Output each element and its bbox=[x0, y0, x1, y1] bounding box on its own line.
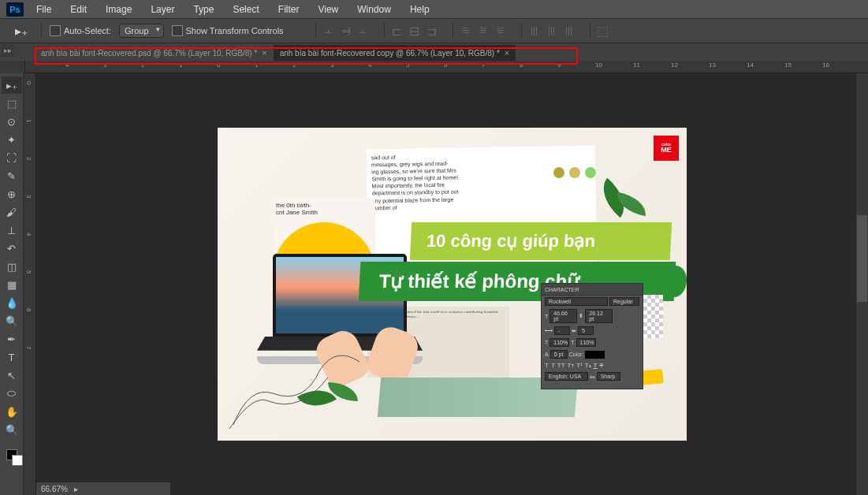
expand-left-icon[interactable]: ▸▸ bbox=[2, 44, 14, 57]
sub-btn[interactable]: T₁ bbox=[585, 362, 591, 369]
menu-help[interactable]: Help bbox=[404, 2, 436, 17]
align-left-icon[interactable]: ⊏ bbox=[389, 23, 405, 39]
tab-1-close-icon[interactable]: × bbox=[262, 48, 266, 58]
brush-tool[interactable]: 🖌 bbox=[2, 203, 22, 221]
language-select[interactable]: English: USA bbox=[545, 372, 588, 381]
path-tool[interactable]: ↖ bbox=[2, 367, 22, 384]
distribute-group-2: ⫼ ⫼ ⫼ bbox=[521, 23, 582, 39]
crop-tool[interactable]: ⛶ bbox=[2, 149, 22, 166]
move-tool-icon[interactable]: ▸₊ bbox=[9, 22, 33, 39]
distribute-vcenter-icon[interactable]: ≡ bbox=[475, 23, 491, 39]
menu-edit[interactable]: Edit bbox=[64, 2, 93, 17]
menu-layer[interactable]: Layer bbox=[144, 2, 181, 17]
document-canvas: sad out of messages, grey wigs and read-… bbox=[218, 128, 687, 441]
align-group-1: ⫠ ⫤ ⫠ bbox=[315, 23, 376, 39]
dodge-tool[interactable]: 🔍 bbox=[2, 312, 22, 329]
canvas-area[interactable]: sad out of messages, grey wigs and read-… bbox=[36, 73, 868, 495]
tab-1[interactable]: anh bìa bài font-Recovered.psd @ 66.7% (… bbox=[35, 45, 274, 61]
align-right-icon[interactable]: ⊐ bbox=[424, 23, 440, 39]
strike-btn[interactable]: T bbox=[599, 362, 603, 369]
menu-filter[interactable]: Filter bbox=[272, 2, 306, 17]
document-tabs: anh bìa bài font-Recovered.psd @ 66.7% (… bbox=[0, 43, 868, 61]
horizontal-ruler: 4 3 2 1 0 1 2 3 4 5 6 7 8 9 10 11 12 13 … bbox=[0, 61, 868, 73]
history-brush-tool[interactable]: ↶ bbox=[2, 240, 22, 257]
gradient-tool[interactable]: ▦ bbox=[2, 276, 22, 293]
bold-btn[interactable]: T bbox=[545, 362, 549, 369]
vertical-scrollbar[interactable] bbox=[856, 73, 868, 495]
zoom-tool[interactable]: 🔍 bbox=[2, 421, 22, 438]
curved-line-decoration bbox=[225, 338, 367, 433]
marquee-tool[interactable]: ⬚ bbox=[2, 95, 22, 112]
align-group-2: ⊏ ⊟ ⊐ bbox=[384, 23, 445, 39]
distribute-left-icon[interactable]: ⫼ bbox=[527, 23, 542, 39]
menu-type[interactable]: Type bbox=[187, 2, 220, 17]
character-panel: CHARACTER Rockwell Regular T46.66 pt ⬍26… bbox=[541, 283, 643, 389]
dot-yellow bbox=[569, 167, 580, 178]
distribute-group-1: ≡ ≡ ≡ bbox=[453, 23, 513, 39]
smallcaps-btn[interactable]: Tт bbox=[568, 362, 575, 369]
leading-input[interactable]: 26.12 pt bbox=[585, 309, 613, 323]
align-bottom-icon[interactable]: ⫠ bbox=[356, 23, 371, 39]
auto-align-icon[interactable]: ⬚ bbox=[595, 23, 611, 39]
menu-file[interactable]: File bbox=[30, 2, 58, 17]
blur-tool[interactable]: 💧 bbox=[2, 294, 22, 311]
menu-select[interactable]: Select bbox=[226, 2, 265, 17]
italic-btn[interactable]: T bbox=[551, 362, 555, 369]
hscale-input[interactable]: 110% bbox=[576, 338, 596, 347]
healing-tool[interactable]: ⊕ bbox=[2, 185, 22, 203]
eyedropper-tool[interactable]: ✎ bbox=[2, 167, 22, 184]
auto-select-checkbox[interactable] bbox=[50, 25, 61, 36]
underline-btn[interactable]: T bbox=[594, 362, 598, 369]
distribute-top-icon[interactable]: ≡ bbox=[458, 23, 474, 39]
options-bar: ▸₊ Auto-Select: Group Show Transform Con… bbox=[0, 18, 868, 43]
kerning-input[interactable]: - bbox=[554, 326, 570, 335]
show-transform-checkbox[interactable] bbox=[172, 25, 183, 36]
caps-btn[interactable]: TT bbox=[557, 362, 565, 369]
pen-tool[interactable]: ✒ bbox=[2, 330, 22, 348]
magic-wand-tool[interactable]: ✦ bbox=[2, 131, 22, 148]
menu-window[interactable]: Window bbox=[351, 2, 397, 17]
group-dropdown[interactable]: Group bbox=[119, 24, 164, 38]
colorme-logo: color ME bbox=[654, 136, 679, 161]
banner-title-1: 10 công cụ giúp bạn bbox=[410, 222, 672, 260]
menu-image[interactable]: Image bbox=[99, 2, 138, 17]
eraser-tool[interactable]: ◫ bbox=[2, 258, 22, 275]
distribute-right-icon[interactable]: ⫼ bbox=[561, 23, 577, 39]
tab-2[interactable]: anh bìa bài font-Recovered copy @ 66.7% … bbox=[274, 45, 516, 61]
antialiasing-select[interactable]: Sharp bbox=[597, 372, 620, 381]
tab-2-close-icon[interactable]: × bbox=[505, 48, 509, 58]
align-top-icon[interactable]: ⫠ bbox=[321, 23, 337, 39]
move-tool[interactable]: ▸₊ bbox=[2, 76, 22, 94]
hand-tool[interactable]: ✋ bbox=[2, 403, 22, 420]
dot-green bbox=[585, 167, 596, 178]
lasso-tool[interactable]: ⊙ bbox=[2, 113, 22, 130]
tracking-input[interactable]: 5 bbox=[578, 326, 594, 335]
toolbox: ▸₊ ⬚ ⊙ ✦ ⛶ ✎ ⊕ 🖌 ⊥ ↶ ◫ ▦ 💧 🔍 ✒ T ↖ ⬭ ✋ 🔍 bbox=[0, 73, 24, 495]
status-arrow-icon[interactable]: ▸ bbox=[74, 485, 78, 493]
color-swatch[interactable] bbox=[2, 444, 22, 466]
font-size-input[interactable]: 46.66 pt bbox=[549, 309, 577, 323]
vertical-ruler: 0 1 2 3 4 5 6 7 bbox=[24, 73, 36, 495]
stamp-tool[interactable]: ⊥ bbox=[2, 221, 22, 239]
zoom-level[interactable]: 66.67% bbox=[41, 485, 68, 493]
auto-select-label: Auto-Select: bbox=[64, 26, 111, 35]
tab-1-label: anh bìa bài font-Recovered.psd @ 66.7% (… bbox=[41, 49, 257, 58]
font-style-select[interactable]: Regular bbox=[609, 297, 639, 306]
show-transform-label: Show Transform Controls bbox=[186, 26, 284, 35]
character-panel-title: CHARACTER bbox=[545, 287, 579, 292]
type-tool[interactable]: T bbox=[2, 348, 22, 366]
distribute-hcenter-icon[interactable]: ⫼ bbox=[544, 23, 560, 39]
color-swatch[interactable] bbox=[585, 351, 605, 359]
menu-view[interactable]: View bbox=[311, 2, 345, 17]
baseline-input[interactable]: 0 pt bbox=[550, 350, 568, 359]
dot-olive bbox=[553, 167, 564, 178]
photoshop-logo: Ps bbox=[6, 2, 24, 17]
super-btn[interactable]: T¹ bbox=[576, 362, 583, 369]
align-vcenter-icon[interactable]: ⫤ bbox=[338, 23, 354, 39]
shape-tool[interactable]: ⬭ bbox=[2, 385, 22, 402]
align-hcenter-icon[interactable]: ⊟ bbox=[407, 23, 423, 39]
vscale-input[interactable]: 110% bbox=[549, 338, 569, 347]
distribute-bottom-icon[interactable]: ≡ bbox=[493, 23, 509, 39]
tab-2-label: anh bìa bài font-Recovered copy @ 66.7% … bbox=[280, 49, 500, 58]
font-family-select[interactable]: Rockwell bbox=[545, 297, 608, 306]
